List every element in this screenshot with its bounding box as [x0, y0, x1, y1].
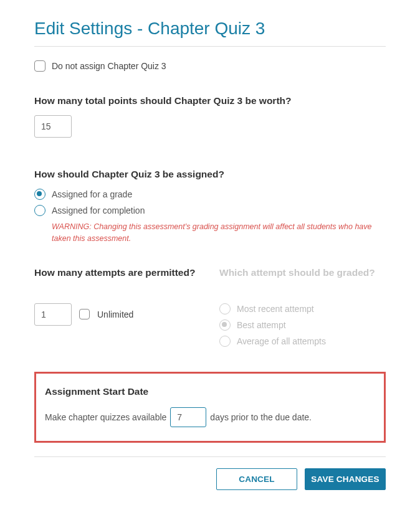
start-date-heading: Assignment Start Date [45, 386, 375, 397]
assign-completion-label: Assigned for completion [52, 205, 145, 215]
save-button[interactable]: SAVE CHANGES [305, 468, 386, 490]
graded-average-radio [219, 336, 231, 347]
attempts-heading: How many attempts are permitted? [34, 267, 201, 295]
do-not-assign-checkbox[interactable] [34, 60, 45, 72]
start-date-section: Assignment Start Date Make chapter quizz… [34, 372, 386, 443]
attempts-section: How many attempts are permitted? Unlimit… [34, 267, 201, 352]
assign-mode-section: How should Chapter Quiz 3 be assigned? A… [34, 169, 386, 245]
unlimited-checkbox[interactable] [79, 309, 90, 319]
graded-attempt-heading: Which attempt should be graded? [219, 267, 386, 295]
assign-warning: WARNING: Changing this assessment's grad… [52, 221, 386, 245]
assign-mode-heading: How should Chapter Quiz 3 be assigned? [34, 169, 386, 180]
points-input[interactable] [34, 115, 72, 138]
graded-recent-row: Most recent attempt [219, 303, 386, 314]
graded-best-label: Best attempt [237, 320, 286, 330]
do-not-assign-row: Do not assign Chapter Quiz 3 [34, 60, 386, 72]
assign-completion-row: Assigned for completion [34, 205, 386, 216]
assign-grade-radio[interactable] [34, 189, 45, 200]
points-heading: How many total points should Chapter Qui… [34, 95, 386, 106]
start-date-pre-text: Make chapter quizzes available [45, 412, 166, 422]
page-title: Edit Settings - Chapter Quiz 3 [34, 19, 386, 39]
attempts-grading-row: How many attempts are permitted? Unlimit… [34, 267, 386, 352]
graded-attempt-section: Which attempt should be graded? Most rec… [219, 267, 386, 352]
footer-buttons: CANCEL SAVE CHANGES [34, 468, 386, 490]
assign-grade-label: Assigned for a grade [52, 189, 132, 199]
divider-bottom [34, 456, 386, 457]
start-date-input[interactable] [170, 407, 206, 427]
attempts-input[interactable] [34, 303, 72, 326]
points-section: How many total points should Chapter Qui… [34, 95, 386, 138]
graded-recent-label: Most recent attempt [237, 304, 314, 314]
divider [34, 46, 386, 47]
graded-average-row: Average of all attempts [219, 336, 386, 347]
unlimited-label: Unlimited [97, 309, 133, 319]
cancel-button[interactable]: CANCEL [216, 468, 297, 490]
graded-best-radio [219, 319, 231, 331]
assign-grade-row: Assigned for a grade [34, 189, 386, 200]
start-date-post-text: days prior to the due date. [210, 412, 312, 422]
edit-settings-dialog: Edit Settings - Chapter Quiz 3 Do not as… [0, 0, 420, 510]
do-not-assign-label: Do not assign Chapter Quiz 3 [52, 61, 166, 71]
graded-average-label: Average of all attempts [237, 336, 326, 346]
assign-completion-radio[interactable] [34, 205, 45, 216]
graded-best-row: Best attempt [219, 319, 386, 331]
graded-recent-radio [219, 303, 231, 314]
